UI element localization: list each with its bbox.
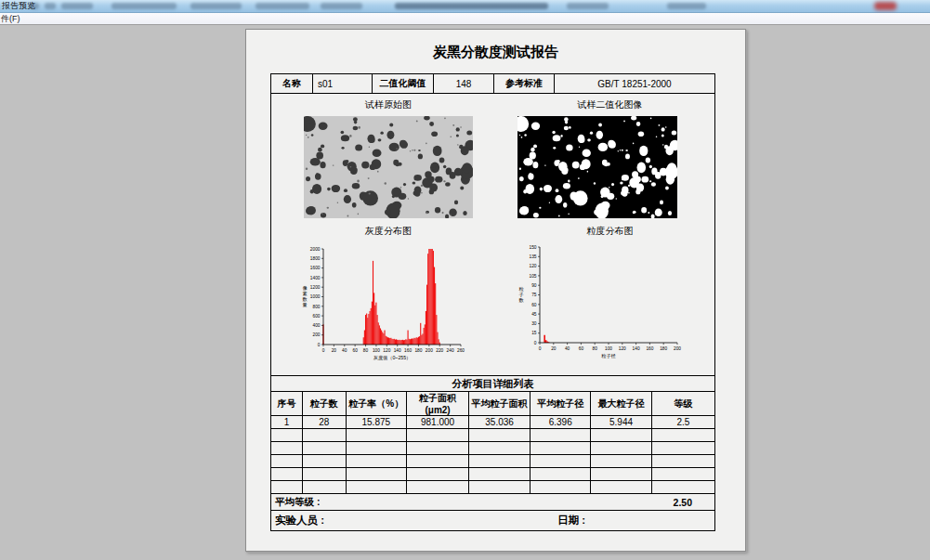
analysis-column-header: 粒子面积(μm2) — [406, 392, 468, 416]
analysis-column-header: 平均粒子面积 — [469, 392, 530, 416]
svg-text:180: 180 — [414, 348, 422, 353]
info-row: 名称 s01 二值化阈值 148 参考标准 GB/T 18251-2000 — [271, 74, 714, 94]
svg-text:120: 120 — [529, 264, 536, 268]
report-table: 名称 s01 二值化阈值 148 参考标准 GB/T 18251-2000 试样… — [270, 73, 715, 531]
table-row — [271, 429, 714, 442]
empty-cell — [591, 468, 651, 481]
blurred-window-title — [395, 3, 548, 9]
analysis-body: 12815.875981.00035.0366.3965.9442.5 — [271, 416, 714, 494]
close-button-blurred[interactable] — [874, 2, 897, 10]
empty-cell — [271, 455, 302, 468]
threshold-value: 148 — [434, 74, 494, 93]
title-bar: 报告预览 — [0, 0, 930, 13]
svg-text:200: 200 — [312, 332, 320, 337]
svg-text:120: 120 — [383, 348, 390, 353]
svg-text:量: 量 — [302, 302, 307, 307]
signature-row: 实验人员 : 日期 : — [271, 511, 714, 530]
svg-text:140: 140 — [394, 348, 401, 353]
table-row — [271, 468, 714, 481]
table-row — [271, 481, 714, 494]
empty-cell — [530, 481, 591, 494]
date-label: 日期 : — [557, 514, 585, 527]
svg-text:粒子径: 粒子径 — [601, 353, 616, 358]
empty-cell — [406, 455, 468, 468]
binarized-sample-image — [517, 116, 677, 222]
average-grade-label: 平均等级 : — [271, 496, 320, 509]
blurred-toolbar-item — [45, 3, 56, 9]
analysis-section-title: 分析项目详细列表 — [271, 375, 714, 392]
empty-cell — [591, 442, 651, 455]
table-cell: 15.875 — [346, 416, 406, 429]
table-cell: 6.396 — [530, 416, 591, 429]
svg-text:80: 80 — [363, 348, 369, 353]
svg-text:90: 90 — [531, 283, 537, 288]
empty-cell — [302, 468, 346, 481]
empty-cell — [302, 481, 346, 494]
sample-images-row — [271, 116, 714, 220]
empty-cell — [406, 468, 468, 481]
empty-cell — [591, 481, 651, 494]
table-cell: 2.5 — [651, 416, 714, 429]
report-page: 炭黑分散度测试报告 名称 s01 二值化阈值 148 参考标准 GB/T 182… — [245, 29, 746, 552]
svg-text:600: 600 — [312, 314, 320, 319]
empty-cell — [651, 468, 714, 481]
charts-row: 0200400600800100012001400160018002000020… — [271, 242, 714, 363]
svg-text:160: 160 — [404, 348, 412, 353]
blurred-toolbar-item — [255, 3, 309, 9]
gray-chart-caption: 灰度分布图 — [271, 220, 505, 242]
empty-cell — [302, 429, 346, 442]
blurred-toolbar-item — [61, 3, 93, 9]
svg-text:0: 0 — [534, 341, 537, 345]
blurred-toolbar-item — [111, 3, 177, 9]
name-label: 名称 — [271, 74, 313, 93]
svg-text:200: 200 — [674, 346, 681, 351]
empty-cell — [271, 481, 302, 494]
empty-cell — [271, 468, 302, 481]
empty-cell — [406, 481, 468, 494]
blurred-toolbar-item — [567, 3, 609, 9]
preview-workspace: 炭黑分散度测试报告 名称 s01 二值化阈值 148 参考标准 GB/T 182… — [0, 25, 930, 560]
svg-text:40: 40 — [342, 348, 347, 353]
svg-text:140: 140 — [633, 346, 640, 351]
svg-text:120: 120 — [619, 346, 626, 351]
image-caption-row: 试样原始图 试样二值化图像 — [271, 94, 714, 116]
svg-text:60: 60 — [531, 303, 537, 307]
svg-text:160: 160 — [646, 346, 653, 351]
standard-label: 参考标准 — [494, 74, 555, 93]
svg-text:135: 135 — [529, 254, 536, 259]
table-cell: 1 — [271, 416, 302, 429]
empty-cell — [271, 429, 302, 442]
operator-label: 实验人员 : — [271, 514, 324, 527]
empty-cell — [302, 455, 346, 468]
threshold-label: 二值化阈值 — [373, 74, 434, 93]
svg-text:1000: 1000 — [310, 294, 321, 299]
binary-image-caption: 试样二值化图像 — [505, 94, 714, 116]
svg-text:0: 0 — [318, 343, 321, 347]
empty-cell — [530, 455, 591, 468]
table-row — [271, 442, 714, 455]
svg-text:180: 180 — [660, 346, 667, 351]
menu-file[interactable]: 件(F) — [0, 14, 20, 23]
table-cell: 5.944 — [591, 416, 651, 429]
empty-cell — [346, 455, 406, 468]
svg-text:30: 30 — [531, 321, 537, 326]
blurred-toolbar-item — [30, 3, 39, 9]
svg-text:100: 100 — [373, 348, 380, 353]
svg-text:100: 100 — [605, 346, 612, 351]
svg-text:20: 20 — [332, 348, 337, 353]
analysis-table: 序号粒子数粒子率（%）粒子面积(μm2)平均粒子面积平均粒子径最大粒子径等级 1… — [271, 392, 714, 494]
analysis-column-header: 最大粒子径 — [591, 392, 651, 416]
svg-text:20: 20 — [551, 346, 557, 351]
empty-cell — [302, 442, 346, 455]
analysis-header: 序号粒子数粒子率（%）粒子面积(μm2)平均粒子面积平均粒子径最大粒子径等级 — [271, 392, 714, 416]
original-sample-image — [304, 116, 473, 222]
svg-text:150: 150 — [529, 245, 536, 250]
svg-text:0: 0 — [539, 346, 542, 351]
svg-text:60: 60 — [579, 346, 584, 351]
svg-text:40: 40 — [565, 346, 570, 351]
empty-cell — [469, 481, 530, 494]
empty-cell — [469, 468, 530, 481]
svg-text:灰度值（0~255）: 灰度值（0~255） — [373, 355, 412, 361]
empty-cell — [591, 429, 651, 442]
empty-cell — [346, 481, 406, 494]
